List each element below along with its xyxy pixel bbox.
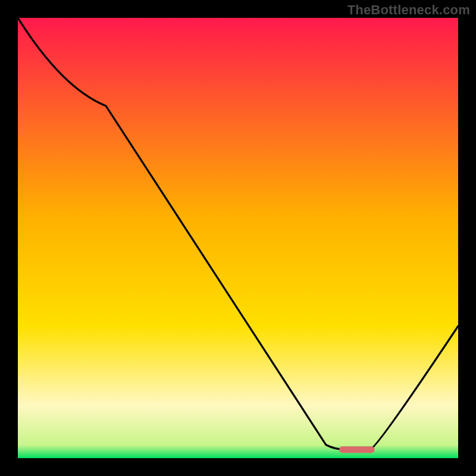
watermark-text: TheBottleneck.com bbox=[347, 2, 470, 18]
optimal-range-marker bbox=[339, 446, 374, 453]
bottleneck-chart bbox=[18, 18, 458, 458]
gradient-background bbox=[18, 18, 458, 458]
chart-frame: TheBottleneck.com bbox=[0, 0, 476, 476]
